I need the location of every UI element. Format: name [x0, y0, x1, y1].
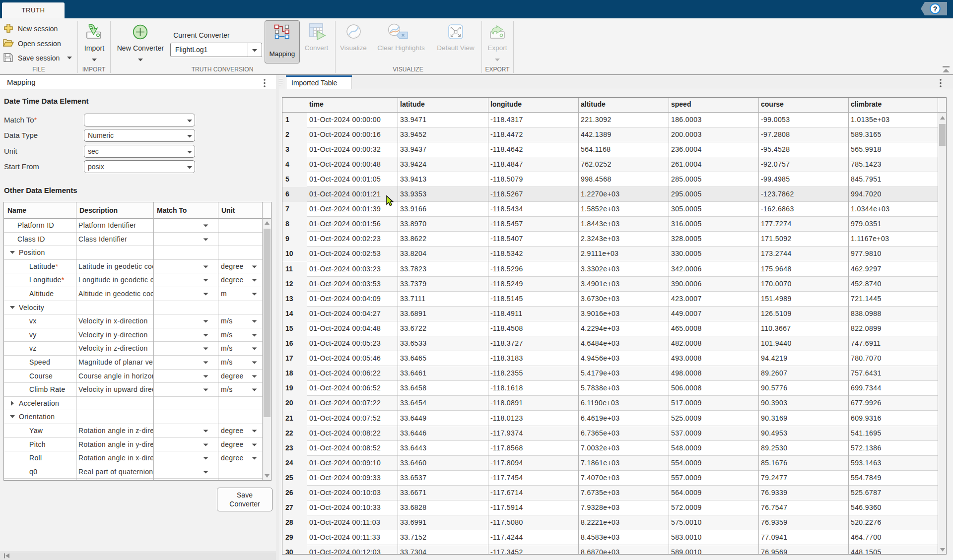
svg-text:?: ?	[933, 5, 938, 13]
